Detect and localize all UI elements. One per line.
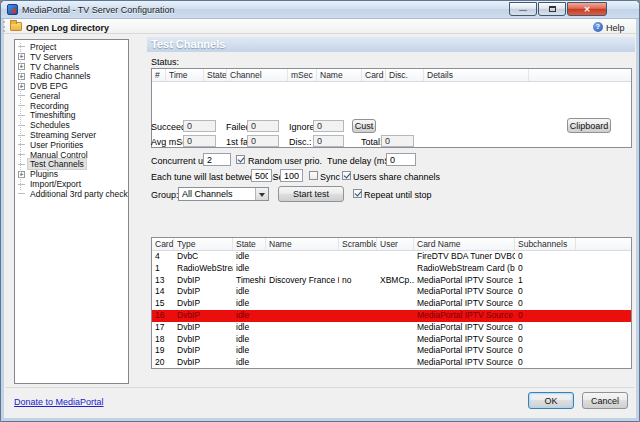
- tune-delay-input[interactable]: [386, 153, 416, 166]
- cell-card: 14: [152, 286, 174, 298]
- card-row[interactable]: 17DvbIPidleMediaPortal IPTV Source Filte…: [152, 322, 631, 334]
- sidebar-item-schedules[interactable]: Schedules: [15, 120, 128, 130]
- open-log-directory-button[interactable]: Open Log directory: [26, 23, 109, 33]
- sidebar-item-timeshifting[interactable]: Timeshifting: [15, 111, 128, 121]
- sync-checkbox[interactable]: [309, 171, 318, 180]
- sidebar-item-import-export[interactable]: Import/Export: [15, 179, 128, 189]
- tune-min-input[interactable]: [251, 169, 272, 182]
- concurrent-users-input[interactable]: [203, 153, 231, 166]
- card-row[interactable]: 4DvbCidleFireDTV BDA Tuner DVBC0: [152, 251, 631, 263]
- column-header[interactable]: Channel: [227, 69, 288, 81]
- clipboard-button[interactable]: Clipboard: [567, 118, 611, 133]
- start-test-button[interactable]: Start test: [278, 186, 344, 202]
- column-header[interactable]: Scrambled: [339, 238, 377, 250]
- cell-user: [377, 357, 414, 369]
- disc-label: Disc.:: [289, 137, 312, 147]
- title-bar[interactable]: MediaPortal - TV Server Configuration — …: [1, 1, 639, 19]
- cell-scrambled: [339, 286, 377, 298]
- tree-item-label: User Priorities: [28, 140, 85, 150]
- cell-filler: [576, 275, 631, 287]
- ignored-value: 0: [313, 120, 344, 132]
- footer-divider: [6, 387, 634, 388]
- cell-state: idle: [233, 263, 266, 275]
- maximize-icon: [549, 6, 556, 12]
- cell-card-name: MediaPortal IPTV Source Filter_5: [414, 334, 515, 346]
- cell-user: [377, 310, 414, 322]
- sidebar-item-tv-channels[interactable]: +TV Channels: [15, 62, 128, 72]
- cell-card: 18: [152, 334, 174, 346]
- sidebar-item-user-priorities[interactable]: User Priorities: [15, 140, 128, 150]
- cell-card-name: MediaPortal IPTV Source Filter_4: [414, 322, 515, 334]
- page-title: Test Channels: [147, 37, 635, 52]
- column-header[interactable]: Name: [266, 238, 339, 250]
- sidebar-item-dvb-epg[interactable]: +DVB EPG: [15, 81, 128, 91]
- column-header[interactable]: Type: [174, 238, 233, 250]
- cell-subchannels: 0: [515, 334, 576, 346]
- column-header[interactable]: #: [152, 69, 166, 81]
- column-header[interactable]: State: [204, 69, 227, 81]
- dropdown-button[interactable]: [255, 188, 268, 200]
- cell-card-name: RadioWebStream Card (builtin): [414, 263, 515, 275]
- group-select[interactable]: All Channels: [178, 187, 269, 201]
- cell-name: [266, 286, 339, 298]
- cell-state: idle: [233, 310, 266, 322]
- card-row[interactable]: 18DvbIPidleMediaPortal IPTV Source Filte…: [152, 334, 631, 346]
- cell-type: DvbIP: [174, 345, 233, 357]
- repeat-until-stop-label: Repeat until stop: [364, 190, 432, 200]
- close-button[interactable]: ✕: [567, 2, 607, 16]
- sidebar-item-radio-channels[interactable]: +Radio Channels: [15, 71, 128, 81]
- sidebar-item-streaming-server[interactable]: Streaming Server: [15, 130, 128, 140]
- column-header[interactable]: Disc.: [386, 69, 424, 81]
- sidebar-item-additional-3rd-party-checks[interactable]: Additional 3rd party checks: [15, 189, 128, 199]
- column-header[interactable]: User: [377, 238, 414, 250]
- sidebar-item-test-channels[interactable]: Test Channels: [15, 160, 128, 170]
- card-row[interactable]: 14DvbIPidleMediaPortal IPTV Source Filte…: [152, 286, 631, 298]
- column-header[interactable]: Card: [152, 238, 174, 250]
- sidebar-item-plugins[interactable]: +Plugins: [15, 169, 128, 179]
- sidebar-item-project[interactable]: Project: [15, 42, 128, 52]
- avg-msec-value: 0: [183, 135, 216, 147]
- card-row[interactable]: 16DvbIPidleMediaPortal IPTV Source Filte…: [152, 310, 631, 322]
- column-header[interactable]: mSec: [288, 69, 317, 81]
- column-header[interactable]: Subchannels: [515, 238, 576, 250]
- settings-tree: Project+TV Servers+TV Channels+Radio Cha…: [14, 39, 129, 384]
- cell-filler: [576, 322, 631, 334]
- cell-card: 20: [152, 357, 174, 369]
- card-row[interactable]: 15DvbIPidleMediaPortal IPTV Source Filte…: [152, 298, 631, 310]
- column-header[interactable]: Time: [166, 69, 204, 81]
- minimize-button[interactable]: —: [509, 2, 537, 16]
- column-header[interactable]: Details: [424, 69, 529, 81]
- tune-max-input[interactable]: [280, 169, 303, 182]
- column-header[interactable]: Card Name: [414, 238, 515, 250]
- repeat-until-stop-checkbox[interactable]: [353, 189, 362, 198]
- card-row[interactable]: 19DvbIPidleMediaPortal IPTV Source Filte…: [152, 345, 631, 357]
- help-link[interactable]: Help: [606, 23, 625, 33]
- column-header[interactable]: State: [233, 238, 266, 250]
- sidebar-item-general[interactable]: General: [15, 91, 128, 101]
- sidebar-item-recording[interactable]: Recording: [15, 101, 128, 111]
- donate-link[interactable]: Donate to MediaPortal: [14, 397, 104, 407]
- random-user-prio-checkbox[interactable]: [236, 155, 245, 164]
- cards-table: CardTypeStateNameScrambledUserCard NameS…: [151, 237, 632, 369]
- card-row[interactable]: 20DvbIPidleMediaPortal IPTV Source Filte…: [152, 357, 631, 369]
- app-icon: [7, 4, 18, 15]
- sidebar-item-manual-control[interactable]: Manual Control: [15, 150, 128, 160]
- sidebar-item-tv-servers[interactable]: +TV Servers: [15, 52, 128, 62]
- maximize-button[interactable]: [538, 2, 566, 16]
- column-header[interactable]: Name: [317, 69, 362, 81]
- cust-button[interactable]: Cust: [352, 119, 376, 133]
- failed-value: 0: [247, 120, 279, 132]
- cell-type: DvbIP: [174, 275, 233, 287]
- cell-scrambled: no: [339, 275, 377, 287]
- card-row[interactable]: 1RadioWebStreamidleRadioWebStream Card (…: [152, 263, 631, 275]
- column-header[interactable]: Card: [362, 69, 386, 81]
- cancel-button[interactable]: Cancel: [582, 392, 628, 409]
- ok-button[interactable]: OK: [528, 392, 574, 409]
- toolbar-grip[interactable]: [3, 21, 5, 32]
- users-share-channels-checkbox[interactable]: [342, 171, 351, 180]
- cell-type: DvbIP: [174, 357, 233, 369]
- total-label: Total:: [361, 137, 383, 147]
- cell-type: DvbIP: [174, 286, 233, 298]
- help-icon[interactable]: ?: [593, 22, 603, 32]
- card-row[interactable]: 13DvbIPTimeshif...Discovery France H...n…: [152, 275, 631, 287]
